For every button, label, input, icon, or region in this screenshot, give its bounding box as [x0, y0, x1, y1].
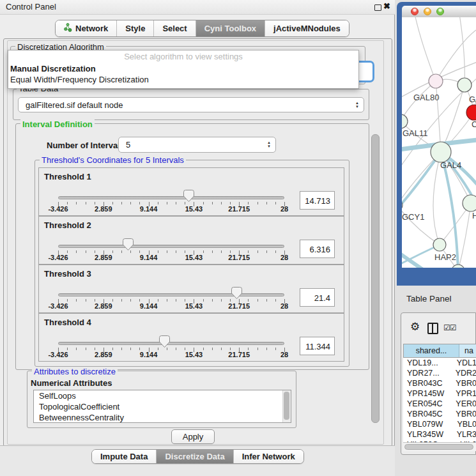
network-edge — [458, 203, 471, 268]
tick-mark — [130, 250, 131, 253]
apply-button[interactable]: Apply — [171, 429, 215, 444]
attribute-item[interactable]: SelfLoops — [34, 390, 291, 401]
tick-mark — [203, 202, 204, 204]
threshold-value-field[interactable]: 14.713 — [300, 191, 335, 210]
slider-handle[interactable] — [231, 287, 242, 299]
table-panel-title: Table Panel — [406, 294, 452, 303]
node-label: GAL11 — [403, 128, 428, 138]
threshold-label: Threshold 1 — [44, 172, 91, 181]
gear-icon[interactable]: ⚙ — [410, 321, 420, 332]
slider-handle[interactable] — [123, 238, 134, 250]
threshold-value-field[interactable]: 6.316 — [300, 240, 335, 258]
network-node[interactable] — [402, 114, 408, 128]
bottom-tabs: Impute Data Discretize Data Infer Networ… — [91, 449, 304, 464]
tick-mark — [203, 250, 204, 253]
tick-label: 21.715 — [228, 254, 250, 261]
threshold-slider-track[interactable] — [58, 342, 284, 345]
num-intervals-combobox[interactable]: 5 ▲▼ — [118, 137, 276, 153]
tab-jactivemnodules[interactable]: jActiveMNodules — [265, 20, 349, 36]
tick-label: 9.144 — [140, 351, 158, 358]
tick-label: 2.859 — [95, 205, 112, 213]
tick-mark — [112, 348, 113, 350]
tick-mark — [158, 202, 158, 204]
mac-close-button[interactable] — [411, 8, 418, 15]
select-columns-checkboxes-icon[interactable]: ☑☑ — [443, 323, 456, 332]
tick-mark — [212, 250, 213, 253]
tick-label: 15.43 — [185, 302, 203, 310]
table-row[interactable]: YLR345WYLR3 — [403, 429, 476, 440]
tick-mark — [67, 348, 68, 350]
tick-mark — [86, 250, 86, 253]
column-header-name[interactable]: na — [459, 344, 473, 357]
network-edge — [459, 17, 464, 85]
tick-label: 28 — [280, 351, 288, 358]
cell-shared-name: YDL19... — [403, 358, 454, 368]
threshold-slider-track[interactable] — [58, 293, 284, 296]
table-data-combobox[interactable]: galFiltered.sif default node ▲▼ — [18, 97, 364, 112]
tab-label: Discretize Data — [165, 452, 224, 461]
node-label: GAL80 — [413, 93, 439, 102]
tick-mark — [248, 299, 249, 302]
attribute-item[interactable]: TopologicalCoefficient — [34, 401, 291, 412]
slider-handle[interactable] — [183, 190, 194, 202]
network-node[interactable] — [457, 78, 472, 92]
network-node[interactable] — [463, 195, 476, 211]
tab-impute-data[interactable]: Impute Data — [92, 450, 156, 463]
tick-mark — [266, 348, 267, 350]
tick-label: 21.715 — [228, 302, 250, 310]
network-icon — [64, 23, 72, 34]
cell-name: YLR3 — [454, 429, 476, 440]
vertical-scrollbar[interactable] — [371, 134, 380, 423]
tab-label: Cyni Toolbox — [204, 24, 256, 33]
table-row[interactable]: YBR045CYBR0 — [403, 409, 476, 419]
network-node[interactable] — [429, 74, 443, 88]
attributes-scrollbar[interactable] — [282, 390, 291, 422]
table-row[interactable]: YPR145WYPR1 — [403, 388, 476, 399]
option-manual-discretization[interactable]: Manual Discretization — [8, 63, 358, 74]
network-node[interactable] — [433, 238, 446, 251]
tick-mark — [230, 299, 231, 302]
network-canvas[interactable]: GAL80GACGAL11GAL4GCY1HHAP2 — [402, 17, 476, 268]
tick-mark — [86, 202, 86, 204]
slider-handle[interactable] — [159, 335, 170, 348]
tab-style[interactable]: Style — [116, 20, 153, 36]
numerical-attributes-list[interactable]: SelfLoopsTopologicalCoefficientBetweenne… — [33, 390, 291, 423]
close-icon[interactable]: ✖ — [383, 1, 390, 11]
panel-title: Control Panel — [6, 2, 56, 12]
node-label: GA — [469, 95, 476, 104]
tab-discretize-data[interactable]: Discretize Data — [156, 450, 233, 463]
tab-cyni-toolbox[interactable]: Cyni Toolbox — [196, 20, 265, 36]
horizontal-scrollbar[interactable] — [403, 442, 476, 451]
threshold-slider-track[interactable] — [58, 245, 284, 248]
columns-icon[interactable] — [427, 323, 438, 334]
table-row[interactable]: YBR043CYBR0 — [403, 378, 476, 388]
network-node[interactable] — [431, 142, 451, 162]
threshold-value-field[interactable]: 11.344 — [300, 337, 335, 355]
control-panel-titlebar: Control Panel ✖ — [0, 0, 395, 15]
table-row[interactable]: YER054CYER0 — [403, 399, 476, 409]
network-node[interactable] — [466, 105, 476, 120]
tick-mark — [203, 348, 204, 350]
node-label: HAP2 — [434, 252, 456, 262]
mac-minimize-button[interactable] — [424, 8, 431, 15]
tick-label: 15.43 — [185, 254, 203, 261]
table-row[interactable]: YDL19...YDL1 — [403, 358, 476, 368]
table-row[interactable]: YDR27...YDR2 — [403, 368, 476, 378]
threshold-value-field[interactable]: 21.4 — [300, 288, 335, 307]
tick-mark — [67, 299, 68, 302]
tick-mark — [257, 250, 258, 253]
tab-network[interactable]: Network — [56, 20, 116, 36]
column-header-shared-name[interactable]: shared... — [404, 344, 459, 357]
tick-mark — [76, 250, 77, 253]
option-equal-width-frequency[interactable]: Equal Width/Frequency Discretization — [8, 74, 358, 85]
mac-zoom-button[interactable] — [436, 8, 444, 15]
threshold-slider-track[interactable] — [58, 196, 284, 199]
float-window-icon[interactable] — [374, 4, 381, 11]
cell-name: YBR0 — [453, 378, 476, 388]
attribute-item[interactable]: BetweennessCentrality — [34, 412, 291, 423]
tab-select[interactable]: Select — [153, 20, 195, 36]
table-row[interactable]: YBL079WYBL0 — [403, 419, 476, 429]
tab-infer-network[interactable]: Infer Network — [233, 450, 303, 463]
network-edge — [436, 30, 476, 81]
cell-name: YDL1 — [454, 358, 476, 368]
